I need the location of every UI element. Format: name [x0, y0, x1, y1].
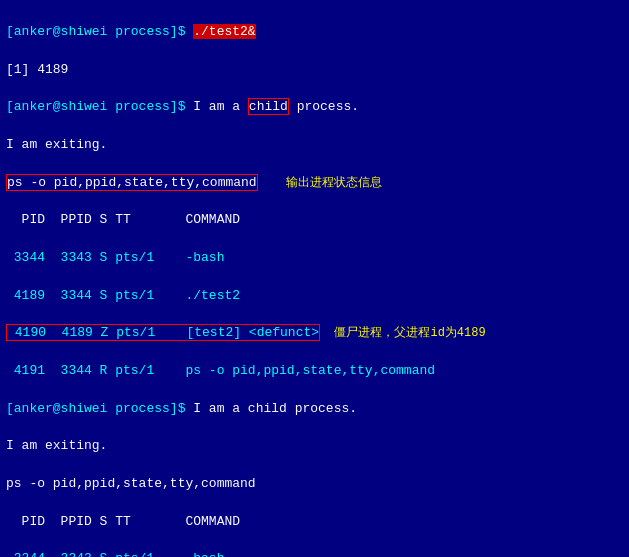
- line-9: 4190 4189 Z pts/1 [test2] <defunct> 僵尸进程…: [6, 324, 623, 343]
- cmd-3: I am a child process.: [193, 98, 359, 115]
- line-14: PID PPID S TT COMMAND: [6, 513, 623, 532]
- line-7: 3344 3343 S pts/1 -bash: [6, 249, 623, 268]
- line-13: ps -o pid,ppid,state,tty,command: [6, 475, 623, 494]
- table-header-1: PID PPID S TT COMMAND: [6, 212, 240, 227]
- zombie-row-1: 4190 4189 Z pts/1 [test2] <defunct>: [6, 324, 320, 341]
- row-bash-1: 3344 3343 S pts/1 -bash: [6, 250, 224, 265]
- annotation-5: 输出进程状态信息: [258, 176, 383, 190]
- line-15: 3344 3343 S pts/1 -bash: [6, 550, 623, 557]
- prompt-1: [anker@shiwei process]$: [6, 24, 193, 39]
- prompt-11: [anker@shiwei process]$: [6, 401, 193, 416]
- output-2: [1] 4189: [6, 62, 68, 77]
- cmd-11: I am a child process.: [193, 401, 357, 416]
- terminal: [anker@shiwei process]$ ./test2& [1] 418…: [0, 0, 629, 557]
- cmd-1: ./test2&: [193, 24, 255, 39]
- output-4: I am exiting.: [6, 137, 107, 152]
- annotation-9: 僵尸进程，父进程id为4189: [320, 326, 486, 340]
- line-10: 4191 3344 R pts/1 ps -o pid,ppid,state,t…: [6, 362, 623, 381]
- table-header-2: PID PPID S TT COMMAND: [6, 514, 240, 529]
- ps-cmd-plain: ps -o pid,ppid,state,tty,command: [6, 476, 256, 491]
- line-4: I am exiting.: [6, 136, 623, 155]
- row-ps-1: 4191 3344 R pts/1 ps -o pid,ppid,state,t…: [6, 363, 435, 378]
- row-test2-1: 4189 3344 S pts/1 ./test2: [6, 288, 240, 303]
- prompt-3: [anker@shiwei process]$: [6, 99, 193, 114]
- row-bash-2: 3344 3343 S pts/1 -bash: [6, 551, 224, 557]
- ps-cmd-box: ps -o pid,ppid,state,tty,command: [6, 174, 258, 191]
- output-12: I am exiting.: [6, 438, 107, 453]
- line-3: [anker@shiwei process]$ I am a child pro…: [6, 98, 623, 117]
- line-8: 4189 3344 S pts/1 ./test2: [6, 287, 623, 306]
- line-5: ps -o pid,ppid,state,tty,command 输出进程状态信…: [6, 174, 623, 193]
- line-1: [anker@shiwei process]$ ./test2&: [6, 23, 623, 42]
- line-6: PID PPID S TT COMMAND: [6, 211, 623, 230]
- line-2: [1] 4189: [6, 61, 623, 80]
- line-12: I am exiting.: [6, 437, 623, 456]
- line-11: [anker@shiwei process]$ I am a child pro…: [6, 400, 623, 419]
